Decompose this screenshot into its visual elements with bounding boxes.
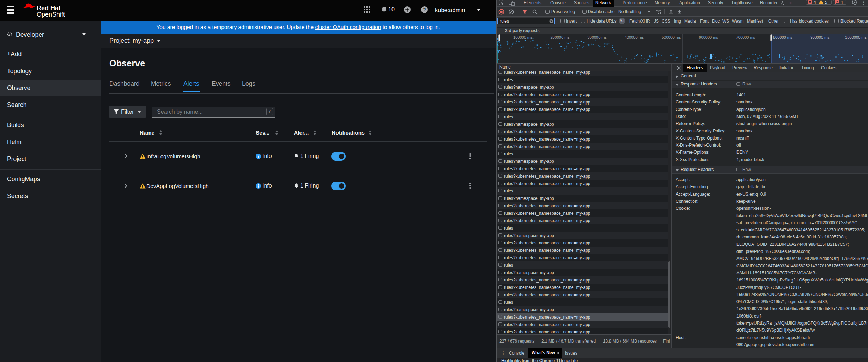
svg-text:?: ? [423, 7, 426, 12]
